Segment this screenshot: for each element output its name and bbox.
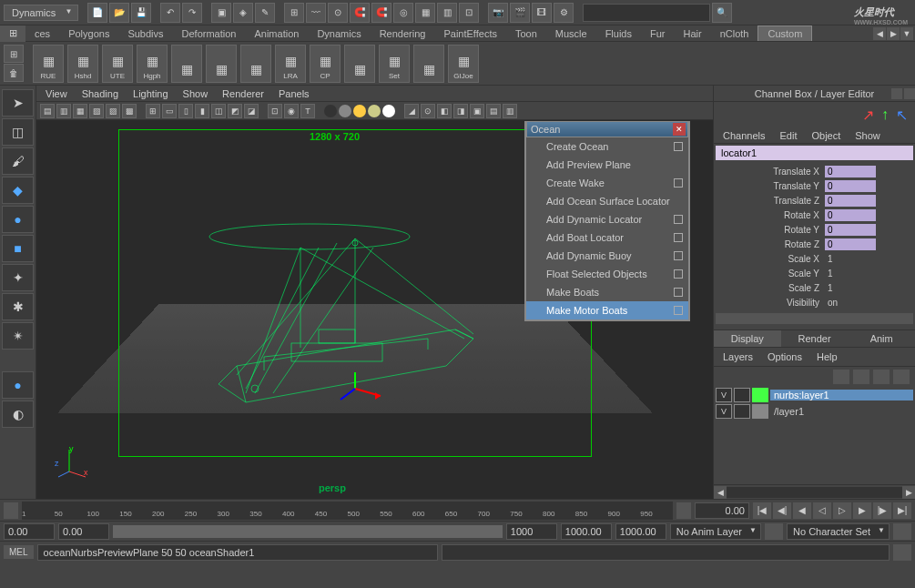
attr-value-field[interactable]: 0 xyxy=(825,238,876,250)
hgph-icon[interactable]: ▦Hgph xyxy=(137,45,168,83)
motion-icon[interactable]: ▤ xyxy=(486,104,501,118)
layer-type-toggle[interactable] xyxy=(734,404,750,419)
lighting-menu[interactable]: Lighting xyxy=(127,86,174,101)
character-set-dropdown[interactable]: No Character Set xyxy=(787,523,890,540)
light-all-icon[interactable] xyxy=(353,105,366,117)
attr-value-field[interactable]: 1 xyxy=(825,282,876,294)
attr-value-field[interactable]: 0 xyxy=(825,224,876,236)
redo-icon[interactable]: ↷ xyxy=(182,3,202,23)
render-globals-icon[interactable]: ⚙ xyxy=(554,3,574,23)
gate-mask-icon[interactable]: ▮ xyxy=(195,104,209,118)
command-input[interactable]: oceanNurbsPreviewPlane 50 50 oceanShader… xyxy=(37,544,438,561)
range-end-outer[interactable]: 1000.00 xyxy=(561,523,612,540)
hshd-icon[interactable]: ▦Hshd xyxy=(67,45,98,83)
ute-icon[interactable]: ▦UTE xyxy=(102,45,133,83)
play-back-icon[interactable]: ◁ xyxy=(813,502,831,519)
range-end-inner[interactable]: 1000 xyxy=(506,523,557,540)
lra-icon[interactable]: ▦LRA xyxy=(275,45,306,83)
option-box-icon[interactable] xyxy=(674,142,683,151)
help-menu[interactable]: Help xyxy=(811,350,843,364)
layer-vis-toggle[interactable]: V xyxy=(716,388,732,402)
view-menu[interactable]: View xyxy=(40,86,73,101)
option-box-icon[interactable] xyxy=(674,288,683,297)
soft-tool[interactable]: ✱ xyxy=(2,293,34,320)
ocean-menu-item[interactable]: Add Dynamic Buoy xyxy=(526,247,688,265)
step-fwd-key-icon[interactable]: |▶ xyxy=(873,502,891,519)
option-box-icon[interactable] xyxy=(674,251,683,260)
go-end-icon[interactable]: ▶| xyxy=(893,502,911,519)
shaded-icon[interactable]: ◉ xyxy=(284,104,299,118)
light-default-icon[interactable] xyxy=(339,105,351,117)
shelf-tab[interactable]: Polygons xyxy=(59,26,118,41)
new-layer-icon[interactable] xyxy=(893,370,910,384)
menu-set-dropdown[interactable]: Dynamics xyxy=(4,5,78,21)
panel-close-icon[interactable] xyxy=(904,88,915,99)
shelf-tab[interactable]: Fluids xyxy=(596,26,641,41)
camera-attr-icon[interactable]: ▥ xyxy=(56,104,71,118)
shelf-tab[interactable]: Hair xyxy=(674,26,710,41)
time-ruler[interactable]: 1501001502002503003504004505005506006507… xyxy=(22,502,673,520)
scroll-left-icon[interactable]: ◀ xyxy=(714,486,727,499)
attr-value-field[interactable]: 1 xyxy=(825,253,876,265)
shelf-tab[interactable]: Muscle xyxy=(546,26,596,41)
set-icon[interactable]: ▦Set xyxy=(379,45,410,83)
show-menu[interactable]: Show xyxy=(849,128,886,143)
attr-value-field[interactable]: 0 xyxy=(825,209,876,221)
play-icon[interactable]: ▦ xyxy=(171,45,202,83)
options-menu[interactable]: Options xyxy=(762,350,808,364)
close-icon[interactable]: ✕ xyxy=(673,123,686,136)
layers-menu[interactable]: Layers xyxy=(717,350,758,364)
ocean-menu-item[interactable]: Float Selected Objects xyxy=(526,265,688,283)
renderer-menu[interactable]: Renderer xyxy=(217,86,269,101)
light-sel-icon[interactable] xyxy=(368,105,381,117)
isolate-icon[interactable]: ⊙ xyxy=(421,104,435,118)
current-frame-field[interactable]: 0.00 xyxy=(695,502,749,519)
object-menu[interactable]: Object xyxy=(806,128,846,143)
range-start-inner[interactable]: 0.00 xyxy=(58,523,109,540)
xray-joint-icon[interactable]: ◨ xyxy=(453,104,468,118)
move-layer-down-icon[interactable] xyxy=(853,370,869,384)
scroll-right-icon[interactable]: ▶ xyxy=(902,486,915,499)
show-menu[interactable]: Show xyxy=(178,86,214,101)
eye-icon[interactable]: ▦ xyxy=(240,45,271,83)
shelf-handle[interactable]: ⊞ xyxy=(0,25,25,42)
shelf-tab[interactable]: ces xyxy=(25,26,59,41)
ocean-menu-item[interactable]: Add Dynamic Locator xyxy=(526,210,688,228)
quick-select-input[interactable] xyxy=(583,4,710,22)
lasso-tool[interactable]: ◫ xyxy=(2,118,34,146)
save-scene-icon[interactable]: 💾 xyxy=(131,3,151,23)
wireframe-icon[interactable]: ⊡ xyxy=(268,104,282,118)
script-editor-icon[interactable] xyxy=(893,544,911,561)
shadows-icon[interactable]: ◢ xyxy=(404,104,419,118)
scale-tool[interactable]: ■ xyxy=(2,235,34,262)
layer-color-swatch[interactable] xyxy=(752,388,768,402)
attr-value-field[interactable]: on xyxy=(825,297,876,309)
ocean-menu-item[interactable]: Add Boat Locator xyxy=(526,228,688,247)
shelf-tab[interactable]: Dynamics xyxy=(308,26,370,41)
move-layer-up-icon[interactable] xyxy=(833,370,849,384)
move-tool[interactable]: ◆ xyxy=(2,177,34,204)
paint-icon[interactable]: ✎ xyxy=(255,3,275,23)
layer-name[interactable]: /layer1 xyxy=(770,406,913,417)
open-scene-icon[interactable]: 📂 xyxy=(109,3,129,23)
single-pane-icon[interactable]: ● xyxy=(2,371,34,399)
step-back-icon[interactable]: ◀ xyxy=(793,502,811,519)
grease-icon[interactable]: ▩ xyxy=(122,104,137,118)
display-tab[interactable]: Display xyxy=(714,330,781,347)
rue-icon[interactable]: ▦RUE xyxy=(33,45,64,83)
option-box-icon[interactable] xyxy=(674,233,683,242)
shelf-trash-icon[interactable]: 🗑 xyxy=(4,64,24,82)
shelf-prev-icon[interactable]: ◀ xyxy=(873,27,886,40)
lasso-icon[interactable]: ◈ xyxy=(233,3,253,23)
panel-opt-icon[interactable] xyxy=(891,88,902,99)
prefs-icon[interactable] xyxy=(893,523,911,540)
attr-value-field[interactable]: 0 xyxy=(825,180,876,192)
ocean-menu-item[interactable]: Add Preview Plane xyxy=(526,156,688,174)
depth-icon[interactable]: ▥ xyxy=(503,104,517,118)
history-icon[interactable]: ▦ xyxy=(415,3,435,23)
snap-point-icon[interactable]: ⊙ xyxy=(328,3,348,23)
ocean-menu-item[interactable]: Create Ocean xyxy=(526,137,688,156)
shelf-tab-custom[interactable]: Custom xyxy=(757,25,812,41)
grid-icon[interactable]: ⊞ xyxy=(146,104,160,118)
move-manipulator[interactable] xyxy=(337,370,391,407)
